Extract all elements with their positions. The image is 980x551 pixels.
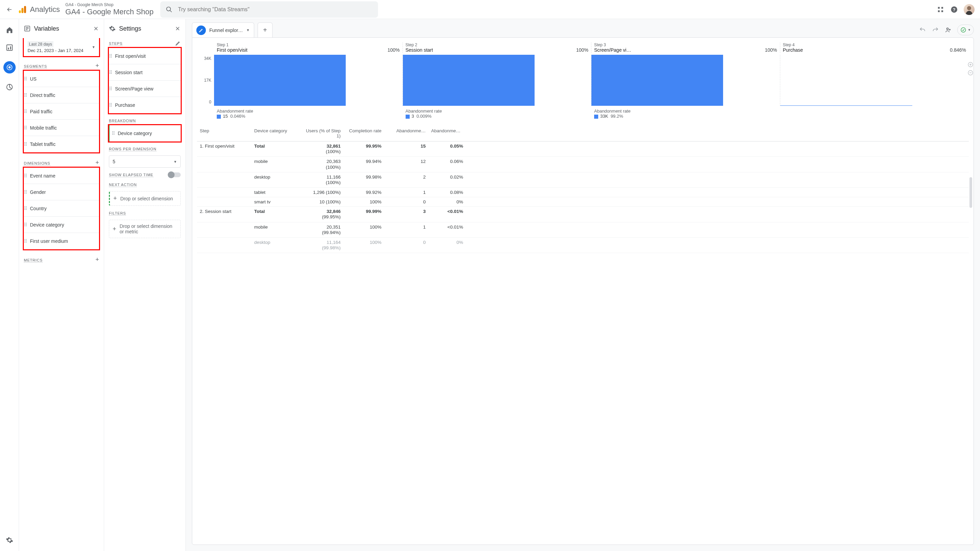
caret-down-icon: ▼ [92,45,95,49]
svg-point-10 [967,6,971,10]
table-row: mobile20,351(99.94%)100%1<0.01% [197,222,969,238]
table-row: 2. Session startTotal32,846(99.95%)99.99… [197,207,969,222]
edit-steps-button[interactable] [175,40,181,46]
caret-down-icon[interactable]: ▼ [247,28,250,32]
th-step: Step [197,128,251,138]
add-dimension-button[interactable]: + [95,159,99,166]
svg-rect-6 [938,10,940,12]
th-device-category: Device category [251,128,302,138]
close-settings-button[interactable] [175,25,181,32]
svg-rect-2 [24,6,26,13]
rows-per-dimension-select[interactable]: 5 ▼ [109,156,181,168]
dimensions-label: DIMENSIONS [24,161,50,166]
scrollbar-thumb[interactable] [969,177,972,208]
list-item[interactable]: ⠿Gender [24,184,99,200]
drag-handle-icon: ⠿ [24,173,27,179]
abandonment-cell [780,108,969,119]
list-item[interactable]: ⠿Device category [109,125,181,141]
search-icon [166,6,172,13]
list-item[interactable]: ⠿First open/visit [109,48,181,64]
avatar[interactable] [964,4,975,15]
apps-icon[interactable] [937,5,945,14]
table-row: smart tv10 (100%)100%00% [197,197,969,207]
list-item[interactable]: ⠿Country [24,200,99,217]
property-selector[interactable]: GA4 - Google Merch Shop GA4 - Google Mer… [65,2,153,16]
add-metric-button[interactable]: + [95,256,99,263]
funnel-step-header: Step 4Purchase0.846% [780,43,969,53]
search-bar[interactable] [160,2,378,18]
svg-rect-7 [942,10,943,12]
next-action-label: NEXT ACTION [109,183,137,187]
next-action-dropzone[interactable]: + Drop or select dimension [109,191,181,206]
sample-status[interactable]: ▼ [957,24,974,35]
zoom-out-icon[interactable] [967,70,974,76]
svg-point-18 [947,28,948,30]
date-range-picker[interactable]: Last 28 days Dec 21, 2023 - Jan 17, 2024… [24,38,99,56]
caret-down-icon: ▼ [173,160,177,164]
search-input[interactable] [178,6,372,13]
funnel-step-header: Step 1First open/visit100% [214,43,403,53]
funnel-table: Step Device category Users (% of Step 1)… [197,125,969,253]
svg-point-19 [961,27,966,32]
analytics-icon [18,5,27,14]
svg-rect-13 [10,46,11,49]
steps-label: STEPS [109,41,123,46]
back-button[interactable] [5,5,14,14]
drag-handle-icon: ⠿ [24,238,27,244]
drag-handle-icon: ⠿ [109,70,111,75]
th-users: Users (% of Step 1) [302,128,343,138]
drag-handle-icon: ⠿ [24,189,27,195]
help-icon[interactable]: ? [950,5,958,14]
nav-advertising-icon[interactable] [5,83,14,91]
list-item[interactable]: ⠿Event name [24,168,99,184]
segments-label: SEGMENTS [24,64,47,69]
breakdown-list: ⠿Device category [109,125,181,141]
funnel-step-header: Step 3Screen/Page vi…100% [592,43,780,53]
nav-explore-icon[interactable] [3,61,16,73]
funnel-bar [592,55,780,106]
drag-handle-icon: ⠿ [24,206,27,211]
list-item[interactable]: ⠿Paid traffic [24,103,99,120]
nav-reports-icon[interactable] [5,43,14,52]
show-elapsed-toggle[interactable] [169,172,181,177]
breakdown-label: BREAKDOWN [109,119,136,123]
svg-rect-12 [8,48,9,50]
check-circle-icon [960,27,966,33]
list-item[interactable]: ⠿Tablet traffic [24,136,99,152]
nav-home-icon[interactable] [5,26,14,34]
add-tab-button[interactable]: + [258,22,272,37]
abandonment-cell: Abandonment rate3 0.009% [403,108,592,119]
drag-handle-icon: ⠿ [111,130,115,136]
funnel-bar [403,55,592,106]
add-segment-button[interactable]: + [95,62,99,69]
redo-button[interactable] [931,26,940,34]
filters-dropzone[interactable]: + Drop or select dimension or metric [109,220,181,238]
funnel-bar [214,55,403,106]
svg-text:?: ? [953,7,956,12]
list-item[interactable]: ⠿First user medium [24,233,99,249]
close-variables-button[interactable] [93,25,99,32]
drag-handle-icon: ⠿ [24,141,27,147]
zoom-in-icon[interactable] [967,62,974,68]
drag-handle-icon: ⠿ [24,125,27,130]
th-completion-rate: Completion rate [343,128,384,138]
list-item[interactable]: ⠿US [24,71,99,87]
undo-button[interactable] [918,26,927,34]
list-item[interactable]: ⠿Device category [24,217,99,233]
exploration-tab[interactable]: Funnel explor… ▼ [192,22,254,37]
th-abandonment-rate: Abandonme… rate [428,128,466,138]
plus-icon: + [113,225,116,233]
abandonment-cell: Abandonment rate33K 99.2% [592,108,780,119]
funnel-bar [780,55,969,106]
nav-admin-icon[interactable] [5,536,14,544]
table-row: mobile20,363(100%)99.94%120.06% [197,157,969,172]
variables-title: Variables [34,25,59,32]
list-item[interactable]: ⠿Mobile traffic [24,120,99,136]
list-item[interactable]: ⠿Screen/Page view [109,81,181,97]
list-item[interactable]: ⠿Purchase [109,97,181,113]
table-row: desktop11,164(99.98%)100%00% [197,238,969,253]
share-button[interactable] [944,26,953,34]
list-item[interactable]: ⠿Direct traffic [24,87,99,103]
list-item[interactable]: ⠿Session start [109,64,181,81]
svg-rect-0 [19,10,21,13]
